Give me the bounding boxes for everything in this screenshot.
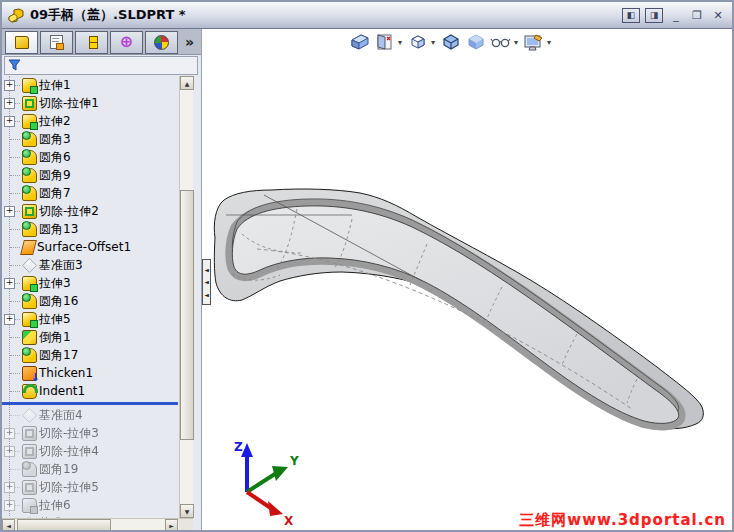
collapse-arrow-icon: ◄ [204, 292, 209, 298]
feature-label: 切除-拉伸2 [39, 203, 99, 220]
tree-vertical-scrollbar[interactable]: ▲ ▼ [179, 76, 193, 518]
feature-tree-item[interactable]: + 拉伸2 [2, 112, 179, 130]
tab-featuremanager-tree[interactable] [5, 31, 38, 54]
fillet-icon [22, 150, 37, 165]
feature-label: 圆角19 [39, 461, 78, 478]
feature-tree-item[interactable]: + 切除-拉伸3 [2, 424, 179, 442]
boss-extrude-icon [22, 312, 37, 327]
feature-tree-item[interactable]: Surface-Offset1 [2, 238, 179, 256]
graphics-viewport[interactable]: ▾ ▾ [202, 29, 732, 531]
feature-tree-item[interactable]: + 拉伸1 [2, 76, 179, 94]
fillet-icon [22, 132, 37, 147]
feature-tree-item[interactable]: 圆角9 [2, 166, 179, 184]
feature-tree-item[interactable]: 圆角19 [2, 460, 179, 478]
feature-tree-item[interactable]: + 拉伸3 [2, 274, 179, 292]
minimize-button[interactable]: _ [668, 8, 684, 23]
z-axis-arrow [241, 443, 253, 457]
feature-tree-item[interactable]: 倒角1 [2, 328, 179, 346]
y-axis-arrow [272, 466, 288, 481]
y-axis-label: Y [289, 454, 299, 468]
feature-label: 拉伸5 [39, 311, 71, 328]
indent-icon [22, 384, 37, 399]
feature-tree-item[interactable]: Indent1 [2, 382, 179, 400]
x-axis-label: X [284, 514, 294, 527]
feature-label: 切除-拉伸1 [39, 95, 99, 112]
feature-tree-item[interactable]: + 拉伸6 [2, 496, 179, 514]
feature-label: 倒角1 [39, 329, 71, 346]
close-button[interactable]: ✕ [710, 8, 726, 23]
thicken-icon [22, 366, 37, 381]
panel-splitter-handle[interactable]: ◄ ◄ ◄ [202, 259, 211, 305]
filter-funnel-icon [8, 59, 21, 72]
feature-tree-item[interactable]: 圆角17 [2, 346, 179, 364]
scroll-right-button[interactable]: ► [165, 519, 178, 531]
surface-offset-icon [20, 240, 37, 255]
expand-plus-icon[interactable]: + [4, 116, 15, 127]
toggle-right-pane-button[interactable]: ◨ [645, 8, 663, 23]
feature-tree-item[interactable]: 圆角3 [2, 130, 179, 148]
feature-label: 拉伸1 [39, 77, 71, 94]
feature-tree-item[interactable]: + 切除-拉伸5 [2, 478, 179, 496]
expand-plus-icon[interactable]: + [4, 206, 15, 217]
feature-tree-item[interactable]: 圆角16 [2, 292, 179, 310]
expand-plus-icon[interactable]: + [4, 278, 15, 289]
fillet-icon [22, 186, 37, 201]
expand-plus-icon[interactable]: + [4, 446, 15, 457]
window-controls: ◧ ◨ _ ❐ ✕ [622, 8, 726, 23]
tree-filter-input[interactable] [4, 56, 198, 75]
tab-propertymanager[interactable] [40, 31, 73, 54]
expand-plus-icon[interactable]: + [4, 80, 15, 91]
propertymanager-icon [50, 35, 63, 49]
feature-tree-item[interactable]: 圆角13 [2, 220, 179, 238]
feature-tree-item[interactable]: 基准面4 [2, 406, 179, 424]
tab-overflow-chevron[interactable]: » [185, 34, 194, 50]
tree-horizontal-scrollbar[interactable]: ◄ ► [2, 518, 193, 531]
horizontal-scroll-thumb[interactable] [17, 519, 111, 531]
feature-tree-item[interactable]: + 切除-拉伸1 [2, 94, 179, 112]
expand-plus-icon[interactable]: + [4, 482, 15, 493]
restore-button[interactable]: ❐ [689, 8, 705, 23]
feature-tree: + 拉伸1 + 切除-拉伸1 + 拉伸2 [2, 76, 179, 518]
feature-label: 圆角9 [39, 167, 71, 184]
feature-tree-item[interactable]: + 切除-拉伸2 [2, 202, 179, 220]
scroll-down-button[interactable]: ▼ [180, 504, 194, 518]
feature-tree-item[interactable]: Thicken1 [2, 364, 179, 382]
plane-icon [22, 258, 37, 273]
scroll-left-button[interactable]: ◄ [2, 519, 15, 531]
feature-label: 圆角3 [39, 131, 71, 148]
scroll-up-button[interactable]: ▲ [180, 76, 194, 90]
plane-icon [22, 408, 37, 423]
tab-displaymanager[interactable] [145, 31, 178, 54]
feature-label: Thicken1 [39, 366, 93, 380]
vertical-scroll-thumb[interactable] [180, 190, 194, 440]
feature-manager-panel: ⊕ » + 拉伸1 [2, 29, 202, 531]
watermark-text: 三维网www.3dportal.cn [519, 511, 726, 530]
feature-label: 圆角6 [39, 149, 71, 166]
rollback-bar[interactable] [2, 402, 178, 405]
feature-label: 圆角17 [39, 347, 78, 364]
boss-extrude-icon [22, 498, 37, 513]
feature-tree-item[interactable]: + 切除-拉伸4 [2, 442, 179, 460]
part-document-icon [8, 8, 24, 23]
expand-plus-icon[interactable]: + [4, 428, 15, 439]
expand-plus-icon[interactable]: + [4, 314, 15, 325]
collapse-arrow-icon: ◄ [204, 267, 209, 273]
tab-configurationmanager[interactable] [75, 31, 108, 54]
cut-extrude-icon [22, 204, 37, 219]
fillet-icon [22, 168, 37, 183]
feature-tree-item[interactable]: 圆角7 [2, 184, 179, 202]
expand-plus-icon[interactable]: + [4, 98, 15, 109]
feature-tree-item[interactable]: + 拉伸5 [2, 310, 179, 328]
feature-label: 拉伸3 [39, 275, 71, 292]
feature-tree-item[interactable]: 圆角6 [2, 148, 179, 166]
toggle-left-pane-button[interactable]: ◧ [622, 8, 640, 23]
chamfer-icon [22, 330, 37, 345]
cut-extrude-icon [22, 444, 37, 459]
expand-plus-icon[interactable]: + [4, 500, 15, 511]
solidworks-window: 09手柄（盖）.SLDPRT * ◧ ◨ _ ❐ ✕ ⊕ [0, 0, 734, 532]
feature-tree-item[interactable]: 基准面3 [2, 256, 179, 274]
tab-dimxpertmanager[interactable]: ⊕ [110, 31, 143, 54]
fillet-icon [22, 348, 37, 363]
title-bar: 09手柄（盖）.SLDPRT * ◧ ◨ _ ❐ ✕ [2, 2, 732, 29]
window-title: 09手柄（盖）.SLDPRT * [30, 6, 186, 24]
